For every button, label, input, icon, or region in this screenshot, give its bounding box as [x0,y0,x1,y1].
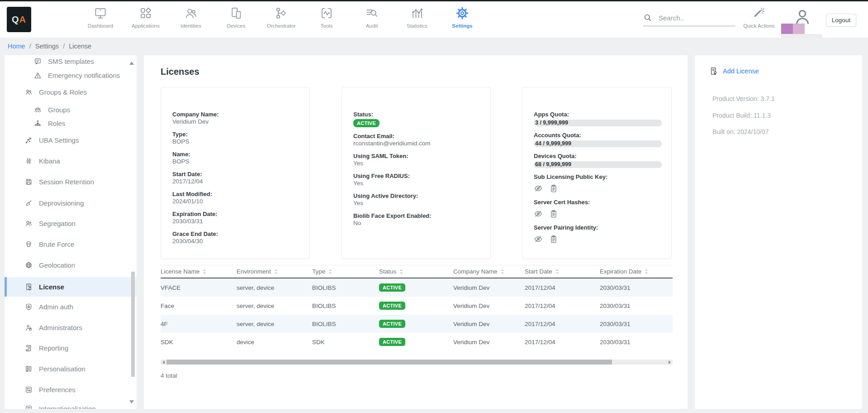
devices-icon [213,5,259,21]
column-header-expiration-date[interactable]: Expiration Date [600,268,673,275]
sidebar-item-roles[interactable]: Roles [5,114,137,132]
field-label: Company Name: [172,111,298,118]
user-icon [792,7,812,27]
status-label: Status: [353,111,479,118]
field-label: Expiration Date: [172,211,298,217]
orchestrator-icon [259,5,304,21]
table-row[interactable]: SDK device SDK ACTIVE Veridium Dev 2017/… [161,333,673,351]
copy-icon[interactable] [549,235,558,244]
sidebar-item-geolocation[interactable]: Geolocation [5,256,137,274]
user-avatar[interactable] [792,7,812,27]
session-retention-icon [25,178,33,186]
brand-logo[interactable]: QA [7,7,31,32]
field-value: Yes [353,180,479,187]
sidebar-item-reporting[interactable]: Reporting [5,339,137,357]
table-horizontal-scrollbar [161,360,673,365]
field-value: BOPS [172,138,298,145]
scroll-left-arrow[interactable] [162,360,165,364]
column-header-company-name[interactable]: Company Name [453,268,525,275]
sidebar-item-license[interactable]: License [5,277,137,297]
quota-group-devices: Devices Quota: 68 / 9,999,999 [534,153,660,168]
column-header-license-name[interactable]: License Name [161,268,237,275]
nav-item-audit[interactable]: Audit [349,5,394,29]
accounts-quota-bar: 44 / 9,999,999 [534,140,662,147]
applications-icon [123,5,168,21]
field-value: Yes [353,200,479,207]
sidebar-item-session-retention[interactable]: Session Retention [5,173,137,191]
quota-info-card: Apps Quota: 3 / 9,999,999 Accounts Quota… [522,87,672,259]
sidebar-item-emergency-notifications[interactable]: Emergency notifications [5,66,137,84]
built-on-text: Built on: 2024/10/07 [712,128,769,135]
field-value: 2030/04/30 [172,238,298,245]
personalisation-icon [25,365,33,373]
horizontal-scrollbar-thumb[interactable] [166,360,612,365]
copy-icon[interactable] [549,209,558,218]
sort-icon [328,269,332,274]
identities-icon [168,5,213,21]
skull-icon [25,240,33,248]
nav-item-dashboard[interactable]: Dashboard [78,5,123,29]
status-info-card: Status: ACTIVE Contact Email:rconstantin… [342,87,491,259]
sidebar-scrollbar-thumb[interactable] [131,272,135,377]
sidebar-scroll-down-arrow[interactable] [129,400,134,403]
table-header-row: License Name Environment Type Status Com… [161,265,673,279]
sidebar-item-preferences[interactable]: Preferences [5,380,137,399]
breadcrumb-home-link[interactable]: Home [8,43,25,50]
nav-item-applications[interactable]: Applications [123,5,168,29]
deprovisioning-icon [25,199,33,207]
sort-icon [399,269,403,274]
sidebar-item-brute-force[interactable]: Brute Force [5,235,137,253]
search-input[interactable] [659,14,726,22]
table-row[interactable]: 4F server, device BIOLIBS ACTIVE Veridiu… [161,315,673,333]
logo-letter-a: A [19,14,26,25]
field-value: 2017/12/04 [172,178,298,185]
table-row[interactable]: VFACE server, device BIOLIBS ACTIVE Veri… [161,279,673,297]
sidebar-item-personalisation[interactable]: Personalisation [5,360,137,378]
add-license-button[interactable]: Add License [709,67,759,76]
nav-item-orchestrator[interactable]: Orchestrator [259,5,304,29]
status-badge: ACTIVE [353,119,379,127]
eye-off-icon[interactable] [534,235,543,244]
scroll-right-arrow[interactable] [669,360,671,364]
sidebar-item-deprovisioning[interactable]: Deprovisioning [5,194,137,212]
table-row[interactable]: Face server, device BIOLIBS ACTIVE Verid… [161,297,673,315]
breadcrumb-separator: / [63,43,65,50]
nav-item-statistics[interactable]: Statistics [394,5,440,29]
licenses-table: License Name Environment Type Status Com… [161,265,673,351]
column-header-status[interactable]: Status [379,268,453,275]
nav-item-settings[interactable]: Settings [440,5,485,29]
sidebar-item-groups-roles[interactable]: Groups & Roles [5,83,137,101]
row-status-badge: ACTIVE [379,320,405,328]
nav-item-identities[interactable]: Identities [168,5,213,29]
sidebar-item-internationalization[interactable]: Internationalization [5,399,137,409]
sort-icon [645,269,648,274]
quick-actions-button[interactable]: Quick Actions [741,6,777,29]
field-value: BOPS [172,158,298,165]
licenses-main-panel: Licenses Company Name:Veridium Dev Type:… [144,55,688,409]
copy-icon[interactable] [549,184,558,193]
table-total-count: 4 total [161,372,177,379]
column-header-start-date[interactable]: Start Date [525,268,600,275]
eye-off-icon[interactable] [534,209,543,218]
eye-off-icon[interactable] [534,184,543,193]
devices-quota-bar: 68 / 9,999,999 [534,161,662,168]
column-header-type[interactable]: Type [312,268,379,275]
apps-quota-bar: 3 / 9,999,999 [534,120,662,126]
column-header-environment[interactable]: Environment [237,268,312,275]
nav-item-devices[interactable]: Devices [213,5,259,29]
breadcrumb: Home / Settings / License [0,38,868,54]
quota-group-accounts: Accounts Quota: 44 / 9,999,999 [534,132,660,147]
settings-sidebar: SMS templates Emergency notifications Gr… [5,55,137,409]
logout-button[interactable]: Logout [826,14,856,27]
sidebar-scroll-up-arrow[interactable] [129,62,134,65]
server-pairing-identity: Server Pairing Identity: [534,224,660,244]
dashboard-icon [78,5,123,21]
breadcrumb-settings[interactable]: Settings [35,43,59,50]
sidebar-item-administrators[interactable]: Administrators [5,318,137,336]
nav-item-tools[interactable]: Tools [304,5,349,29]
sidebar-item-uba-settings[interactable]: UBA Settings [5,131,137,149]
sidebar-item-admin-auth[interactable]: Admin auth [5,298,137,316]
sidebar-item-kibana[interactable]: Kibana [5,152,137,170]
sort-icon [274,269,278,274]
sidebar-item-segregation[interactable]: Segregation [5,214,137,232]
